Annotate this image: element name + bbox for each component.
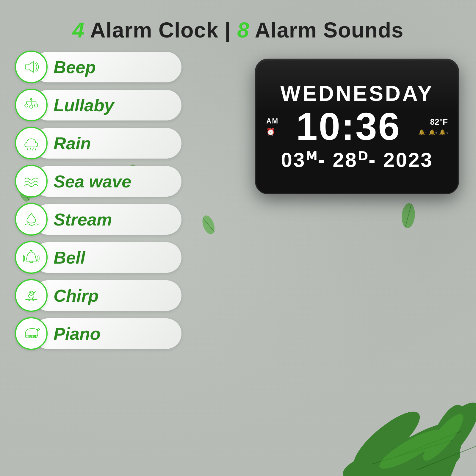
alarm-sounds-label: Alarm Sounds <box>255 18 404 42</box>
decorative-leaves <box>268 327 476 476</box>
leaf-deco-4 <box>397 201 420 232</box>
lullaby-label: Lullaby <box>54 95 114 115</box>
clock-middle-row: AM ⏰ 10:36 82°F 🔔₁ 🔔₂ 🔔₃ <box>266 107 448 146</box>
svg-point-14 <box>29 291 34 296</box>
bell-label-pill: Bell <box>33 242 181 273</box>
svg-line-17 <box>32 298 33 300</box>
alarm-slot-3: 🔔₃ <box>439 129 448 136</box>
svg-point-31 <box>405 400 475 476</box>
sounds-list: Beep Lullaby <box>15 51 181 350</box>
stream-label-pill: Stream <box>33 204 181 235</box>
svg-point-29 <box>404 394 476 476</box>
clock-alarm-icon: ⏰ <box>266 128 275 136</box>
stream-icon <box>23 211 40 228</box>
chirp-icon-circle <box>15 279 48 312</box>
sea-wave-label: Sea wave <box>54 172 131 191</box>
lullaby-icon <box>23 96 40 114</box>
sea-wave-icon <box>23 173 40 190</box>
clock-temp-alarms: 82°F 🔔₁ 🔔₂ 🔔₃ <box>418 117 448 136</box>
clock-am-indicator: AM <box>266 117 278 125</box>
piano-label-pill: Piano <box>33 318 181 349</box>
clock-container: WEDNESDAY AM ⏰ 10:36 82°F 🔔₁ 🔔₂ 🔔₃ 03ᴹ- … <box>256 60 458 193</box>
rain-label-pill: Rain <box>33 128 181 159</box>
bell-label: Bell <box>54 248 85 267</box>
sound-item-bell: Bell <box>15 241 181 274</box>
svg-line-16 <box>30 298 30 300</box>
svg-line-10 <box>30 148 31 150</box>
chirp-icon <box>23 287 40 304</box>
svg-rect-23 <box>29 335 30 336</box>
svg-point-30 <box>340 436 464 476</box>
clock-date: 03ᴹ- 28ᴰ- 2023 <box>266 148 448 172</box>
alarm-count: 4 <box>72 18 84 42</box>
sea-wave-icon-circle <box>15 165 48 198</box>
lullaby-icon-circle <box>15 89 48 121</box>
separator: | <box>225 18 231 42</box>
sound-item-lullaby: Lullaby <box>15 89 181 121</box>
svg-line-12 <box>35 148 36 150</box>
stream-label: Stream <box>54 210 112 229</box>
sound-item-rain: Rain <box>15 127 181 159</box>
clock-body: WEDNESDAY AM ⏰ 10:36 82°F 🔔₁ 🔔₂ 🔔₃ 03ᴹ- … <box>256 60 458 193</box>
piano-icon <box>23 325 40 342</box>
sound-item-stream: Stream <box>15 203 181 236</box>
svg-point-15 <box>30 292 31 293</box>
svg-line-33 <box>372 440 452 464</box>
svg-rect-25 <box>35 335 36 336</box>
stream-icon-circle <box>15 203 48 236</box>
lullaby-label-pill: Lullaby <box>33 90 181 120</box>
beep-icon-circle <box>15 51 48 83</box>
sounds-count: 8 <box>237 18 249 42</box>
clock-am-alarm: AM ⏰ <box>266 117 278 136</box>
bell-icon <box>23 249 40 266</box>
piano-icon-circle <box>15 317 48 350</box>
piano-label: Piano <box>54 324 101 343</box>
leaf-deco-3 <box>197 212 221 238</box>
bell-icon-circle <box>15 241 48 274</box>
rain-icon <box>23 134 40 152</box>
svg-point-5 <box>25 104 28 107</box>
svg-line-35 <box>416 446 476 470</box>
svg-point-28 <box>362 411 471 476</box>
svg-point-42 <box>200 214 217 236</box>
svg-line-9 <box>27 148 28 150</box>
rain-label: Rain <box>54 134 91 153</box>
alarm-clock-label: Alarm Clock <box>90 18 218 42</box>
svg-rect-24 <box>31 335 32 336</box>
svg-point-7 <box>35 104 38 107</box>
svg-point-32 <box>346 403 427 476</box>
beep-label-pill: Beep <box>33 52 181 82</box>
chirp-label-pill: Chirp <box>33 280 181 311</box>
rain-icon-circle <box>15 127 48 159</box>
clock-time: 10:36 <box>278 107 418 146</box>
svg-point-6 <box>30 105 33 108</box>
clock-temperature: 82°F <box>430 117 448 127</box>
alarm-slot-2: 🔔₂ <box>429 129 437 136</box>
clock-alarm-slots: 🔔₁ 🔔₂ 🔔₃ <box>418 129 448 136</box>
svg-point-44 <box>401 203 416 229</box>
svg-line-34 <box>393 431 461 458</box>
svg-point-36 <box>375 424 446 475</box>
sound-item-sea-wave: Sea wave <box>15 165 181 198</box>
chirp-label: Chirp <box>54 286 98 305</box>
megaphone-icon <box>23 58 40 76</box>
sound-item-piano: Piano <box>15 317 181 350</box>
sound-item-beep: Beep <box>15 51 181 83</box>
sound-item-chirp: Chirp <box>15 279 181 312</box>
svg-line-45 <box>405 204 411 227</box>
page-title: 4 Alarm Clock | 8 Alarm Sounds <box>0 18 476 42</box>
page-header: 4 Alarm Clock | 8 Alarm Sounds <box>0 0 476 54</box>
alarm-slot-1: 🔔₁ <box>418 129 427 136</box>
sea-wave-label-pill: Sea wave <box>33 166 181 197</box>
leaves-svg <box>268 327 476 476</box>
svg-line-11 <box>33 148 34 150</box>
svg-point-37 <box>418 409 469 465</box>
svg-line-43 <box>203 218 214 232</box>
clock-day: WEDNESDAY <box>266 81 448 106</box>
beep-label: Beep <box>54 57 96 77</box>
